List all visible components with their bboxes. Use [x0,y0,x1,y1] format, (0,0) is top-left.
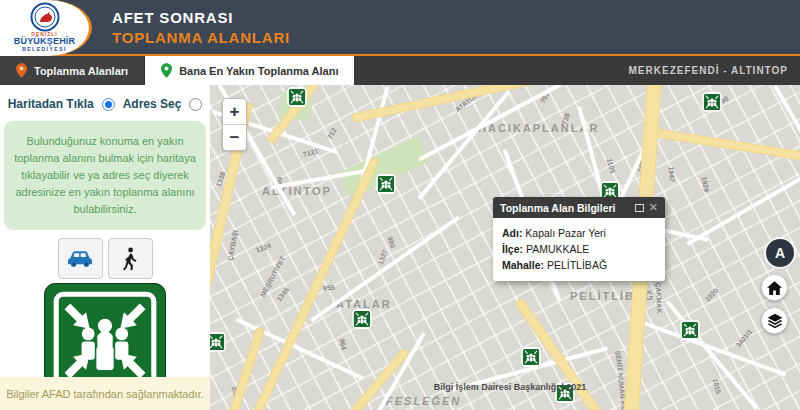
assembly-point-marker[interactable] [680,320,700,340]
popup-close-icon[interactable]: ✕ [649,201,658,214]
accessibility-button[interactable]: A [766,239,794,267]
assembly-point-marker[interactable] [521,347,541,367]
street-label: 1020 [704,287,720,303]
radio-label-haritadan-tikla: Haritadan Tıkla [8,97,94,111]
map-attribution: Bilgi İşlem Dairesi Başkanlığı | 2021 [370,382,650,392]
popup-field-name: Adı: Kapalı Pazar Yeri [502,225,656,241]
street-label: 7121 [302,147,319,158]
tab-toplanma-alanlari[interactable]: Toplanma Alanları [0,56,145,85]
assembly-point-marker[interactable] [287,87,307,107]
logo-line2: BÜYÜKŞEHİR [0,37,89,46]
page-title-line2: TOPLANMA ALANLARI [112,28,290,48]
car-icon [66,249,94,268]
street-label: 712 [326,127,338,141]
route-mode-buttons [58,238,153,279]
sidebar: Haritadan Tıkla Adres Seç Bulunduğunuz k… [0,85,210,410]
street-label: ÇAYBAŞI [227,229,239,261]
tab-bar: Toplanma Alanları Bana En Yakın Toplanma… [0,56,800,85]
street-label: 964 [339,338,348,351]
car-route-button[interactable] [58,238,103,279]
home-icon [767,281,782,295]
popup-title: Toplanma Alan Bilgileri [500,202,616,214]
road-white [773,85,800,173]
info-message: Bulunduğunuz konuma en yakın toplanma al… [4,121,206,230]
app-window: DENİZLİ BÜYÜKŞEHİR BELEDİYESİ AFET SONRA… [0,0,800,410]
popup-maximize-icon[interactable] [635,204,644,212]
map-pin-orange-icon [16,63,27,78]
street-label: 955 [323,283,336,292]
assembly-info-popup: Toplanma Alan Bilgileri ✕ Adı: Kapalı Pa… [493,197,665,281]
tab-label: Bana En Yakın Toplanma Alanı [179,65,338,77]
district-label: FESLEĞEN [386,395,461,407]
street-label: 1346 [275,286,290,303]
radio-label-adres-sec: Adres Seç [123,97,182,111]
street-label: 1947 [668,166,676,182]
pedestrian-icon [122,247,138,271]
logo-line3: BELEDİYESİ [0,46,89,52]
tab-label: Toplanma Alanları [34,65,128,77]
assembly-point-marker[interactable] [376,174,396,194]
current-location-breadcrumb: MERKEZEFENDİ - ALTINTOP [629,56,788,85]
map-pin-green-icon [161,63,172,78]
radio-adres-sec[interactable] [189,98,202,111]
select-mode-radio-group: Haritadan Tıkla Adres Seç [8,97,203,111]
home-button[interactable] [761,274,788,301]
walk-route-button[interactable] [108,238,153,279]
layers-button[interactable] [761,307,788,334]
layers-icon [767,313,783,329]
street-label: 1015 [712,378,723,395]
radio-haritadan-tikla[interactable] [102,98,115,111]
zoom-in-button[interactable]: + [223,99,246,125]
popup-header[interactable]: Toplanma Alan Bilgileri ✕ [493,197,665,218]
road-yellow [647,127,800,162]
street-label: 980 [387,236,397,249]
afad-source-note: Bilgiler AFAD tarafından sağlanmaktadır. [0,377,210,410]
page-title: AFET SONRASI TOPLANMA ALANLARI [112,8,290,48]
assembly-point-marker[interactable] [352,309,372,329]
header: DENİZLİ BÜYÜKŞEHİR BELEDİYESİ AFET SONRA… [0,0,800,56]
assembly-point-marker[interactable] [210,332,226,352]
assembly-point-marker[interactable] [702,92,722,112]
popup-field-neighborhood: Mahalle: PELİTLİBAĞ [502,257,656,273]
tab-bana-en-yakin[interactable]: Bana En Yakın Toplanma Alanı [145,56,354,85]
map-canvas[interactable]: 258010153401/110209649559801327134613241… [210,85,800,410]
street-label: 1105 [606,158,617,174]
street-label: 1327 [377,249,389,266]
zoom-out-button[interactable]: − [223,125,246,151]
street-label: 1324 [255,242,272,254]
road-white [665,300,758,410]
municipality-logo[interactable]: DENİZLİ BÜYÜKŞEHİR BELEDİYESİ [0,0,92,56]
page-title-line1: AFET SONRASI [112,8,290,28]
map-zoom-control: + − [222,98,247,151]
accessibility-label: A [775,245,785,261]
popup-field-district: İlçe: PAMUKKALE [502,241,656,257]
municipality-emblem-icon [30,2,60,32]
street-label: 1929 [701,176,711,193]
street-label: 3401/1 [734,328,753,349]
popup-body: Adı: Kapalı Pazar Yeri İlçe: PAMUKKALE M… [493,218,665,281]
